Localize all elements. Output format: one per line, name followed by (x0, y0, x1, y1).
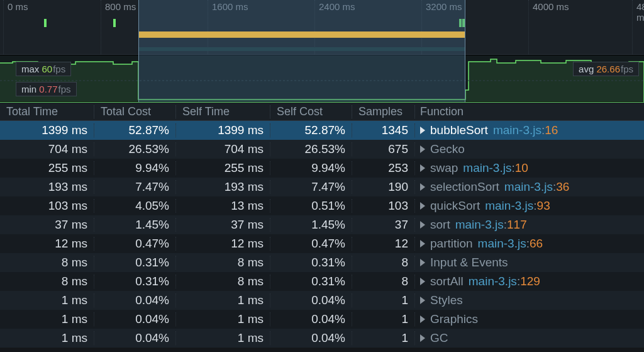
function-name: quickSort (430, 199, 480, 213)
cell-function: partitionmain-3.js:66 (415, 237, 644, 251)
fps-max-value: 60 (42, 64, 53, 74)
expand-icon[interactable] (420, 315, 425, 323)
function-name: Graphics (430, 312, 478, 326)
cell-total-cost: 0.04% (94, 331, 176, 345)
cell-samples: 37 (352, 218, 415, 232)
cell-samples: 1 (352, 312, 415, 326)
source-link[interactable]: main-3.js:93 (485, 199, 550, 213)
cell-total-cost: 0.04% (94, 312, 176, 326)
col-self-cost[interactable]: Self Cost (270, 105, 352, 118)
cell-self-cost: 9.94% (270, 161, 352, 175)
col-total-time[interactable]: Total Time (0, 105, 94, 118)
cell-total-cost: 0.31% (94, 275, 176, 288)
cell-total-time: 704 ms (0, 142, 94, 156)
table-row[interactable]: 37 ms1.45%37 ms1.45%37sortmain-3.js:117 (0, 215, 644, 234)
cell-total-time: 1 ms (0, 312, 94, 326)
tick-label: 800 ms (105, 1, 136, 12)
expand-icon[interactable] (420, 202, 425, 210)
cell-self-time: 8 ms (176, 256, 270, 270)
cell-self-time: 1 ms (176, 293, 270, 307)
table-row[interactable]: 103 ms4.05%13 ms0.51%103quickSortmain-3.… (0, 196, 644, 215)
table-header: Total Time Total Cost Self Time Self Cos… (0, 102, 644, 121)
expand-icon[interactable] (420, 221, 425, 229)
source-link[interactable]: main-3.js:66 (478, 237, 543, 251)
table-row[interactable]: 255 ms9.94%255 ms9.94%253swapmain-3.js:1… (0, 159, 644, 178)
function-name: sortAll (430, 275, 464, 288)
source-link[interactable]: main-3.js:117 (455, 218, 527, 232)
cell-samples: 1 (352, 331, 415, 345)
cell-function: GC (415, 331, 644, 345)
tick-label: 4000 ms (533, 1, 569, 12)
col-total-cost[interactable]: Total Cost (94, 105, 176, 118)
call-tree-table: Total Time Total Cost Self Time Self Cos… (0, 102, 644, 348)
source-link[interactable]: main-3.js:16 (493, 123, 558, 137)
expand-icon[interactable] (420, 183, 425, 191)
cell-samples: 675 (352, 142, 415, 156)
fps-avg-label: avg (579, 64, 594, 74)
cell-samples: 1 (352, 293, 415, 307)
expand-icon[interactable] (420, 127, 425, 134)
cell-self-cost: 0.47% (270, 237, 352, 251)
table-row[interactable]: 1399 ms52.87%1399 ms52.87%1345bubbleSort… (0, 121, 644, 140)
cell-total-time: 8 ms (0, 275, 94, 288)
function-name: sort (430, 218, 450, 232)
cell-function: sortAllmain-3.js:129 (415, 275, 644, 288)
expand-icon[interactable] (420, 145, 425, 153)
table-row[interactable]: 1 ms0.04%1 ms0.04%1GC (0, 329, 644, 348)
table-row[interactable]: 8 ms0.31%8 ms0.31%8Input & Events (0, 253, 644, 272)
expand-icon[interactable] (420, 297, 425, 304)
col-samples[interactable]: Samples (352, 105, 415, 118)
function-name: Styles (430, 293, 463, 307)
tick-label: 4800 ms (636, 1, 644, 23)
cell-self-time: 1 ms (176, 312, 270, 326)
cell-total-time: 255 ms (0, 161, 94, 175)
expand-icon[interactable] (420, 334, 425, 342)
cell-total-cost: 0.04% (94, 293, 176, 307)
cell-total-time: 1 ms (0, 293, 94, 307)
expand-icon[interactable] (420, 164, 425, 172)
fps-avg-badge: avg 26.66fps (573, 62, 639, 76)
cell-self-time: 255 ms (176, 161, 270, 175)
source-link[interactable]: main-3.js:129 (469, 275, 540, 288)
timeline-ruler[interactable]: 0 ms 800 ms 1600 ms 2400 ms 3200 ms 4000… (0, 0, 644, 55)
cell-function: selectionSortmain-3.js:36 (415, 180, 644, 194)
cell-total-cost: 0.31% (94, 256, 176, 270)
function-name: GC (430, 331, 448, 345)
cell-total-time: 1399 ms (0, 123, 94, 137)
cell-self-cost: 52.87% (270, 123, 352, 137)
table-row[interactable]: 1 ms0.04%1 ms0.04%1Graphics (0, 310, 644, 329)
fps-unit: fps (621, 64, 633, 74)
timeline-selection-track (139, 47, 465, 51)
table-row[interactable]: 704 ms26.53%704 ms26.53%675Gecko (0, 140, 644, 159)
cell-samples: 190 (352, 180, 415, 194)
cell-samples: 253 (352, 161, 415, 175)
cell-self-cost: 7.47% (270, 180, 352, 194)
cell-function: Gecko (415, 142, 644, 156)
source-link[interactable]: main-3.js:10 (463, 161, 528, 175)
cell-total-cost: 7.47% (94, 180, 176, 194)
table-row[interactable]: 12 ms0.47%12 ms0.47%12partitionmain-3.js… (0, 234, 644, 253)
cell-self-time: 1399 ms (176, 123, 270, 137)
table-row[interactable]: 1 ms0.04%1 ms0.04%1Styles (0, 291, 644, 310)
function-name: selectionSort (430, 180, 499, 194)
source-link[interactable]: main-3.js:36 (504, 180, 570, 194)
col-self-time[interactable]: Self Time (176, 105, 270, 118)
cell-function: Graphics (415, 312, 644, 326)
cell-samples: 8 (352, 275, 415, 288)
cell-samples: 103 (352, 199, 415, 213)
fps-avg-value: 26.66 (596, 64, 620, 74)
table-row[interactable]: 193 ms7.47%193 ms7.47%190selectionSortma… (0, 178, 644, 196)
timeline-selection[interactable] (138, 0, 465, 102)
cell-total-time: 37 ms (0, 218, 94, 232)
col-function[interactable]: Function (415, 105, 644, 118)
cell-self-cost: 0.04% (270, 331, 352, 345)
cell-total-time: 1 ms (0, 331, 94, 345)
cell-self-cost: 0.31% (270, 256, 352, 270)
expand-icon[interactable] (420, 259, 425, 266)
cell-samples: 12 (352, 237, 415, 251)
expand-icon[interactable] (420, 278, 425, 285)
expand-icon[interactable] (420, 240, 425, 247)
cell-function: Styles (415, 293, 644, 307)
table-row[interactable]: 8 ms0.31%8 ms0.31%8sortAllmain-3.js:129 (0, 272, 644, 291)
function-name: Gecko (430, 142, 465, 156)
